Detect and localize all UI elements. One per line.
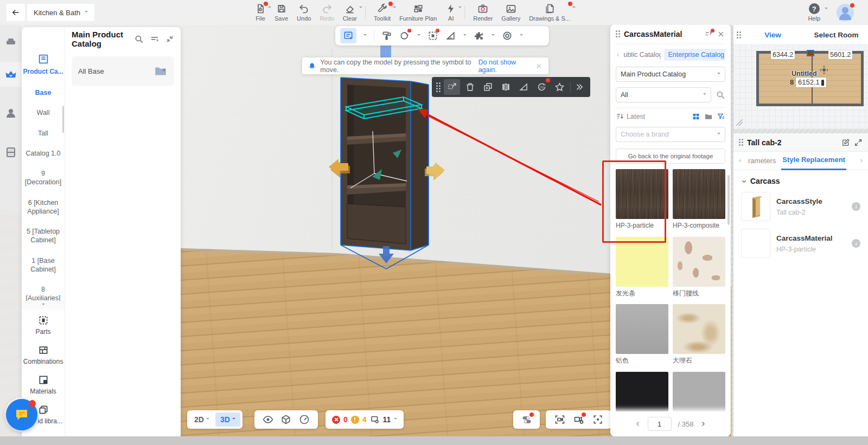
nav-parts[interactable]: Parts (23, 315, 64, 336)
undo-button[interactable]: Undo (292, 1, 315, 24)
camera-marker[interactable] (820, 66, 828, 74)
category-catalog-1-0[interactable]: Catalog 1.0 (24, 149, 63, 158)
clear-button[interactable]: Clear (339, 1, 361, 24)
tab-style-replacement[interactable]: Style Replacement (781, 151, 846, 170)
measure-caret[interactable] (463, 34, 467, 37)
category-base-cabinet[interactable]: 1 [Base Cabinet] (24, 256, 63, 274)
format-brush-tool[interactable] (381, 30, 392, 41)
help-caret[interactable] (825, 8, 828, 11)
brand-select[interactable]: Choose a brand (616, 127, 725, 142)
visibility-icon[interactable] (263, 414, 273, 425)
category-kitchen-appliance[interactable]: 6 [Kitchen Appliance] (24, 198, 63, 216)
catalog-select[interactable]: Main Product Catalog (616, 67, 725, 82)
panel-dock-icon[interactable] (704, 30, 713, 38)
drawings-button[interactable]: Drawings & S... (525, 1, 575, 24)
floorplan-minimap[interactable]: 6344.2 5601.2 Untitled 8 6152.1 (733, 44, 868, 129)
category-decoration[interactable]: 9 [Decoration] (24, 169, 63, 187)
replace-model-caret[interactable] (417, 34, 420, 37)
support-chat-button[interactable] (6, 399, 37, 430)
user-avatar[interactable] (837, 4, 854, 21)
level-tool[interactable] (515, 79, 532, 95)
help-button[interactable]: ? Help (808, 1, 820, 24)
do-not-show-link[interactable]: Do not show again. (478, 59, 531, 74)
delete-tool[interactable] (462, 79, 478, 95)
panel-drag-handle[interactable] (739, 139, 743, 146)
sort-order-icon[interactable] (616, 112, 624, 121)
wall-handle[interactable] (807, 50, 814, 56)
workspace-switcher[interactable]: Kitchen & Bath (27, 4, 94, 21)
folder-all-base[interactable]: All Base (72, 56, 174, 86)
carcass-material-row[interactable]: CarcassMaterial HP-3-particle i (741, 229, 860, 258)
category-base[interactable]: Base (24, 88, 63, 97)
rail-account-icon[interactable] (0, 101, 22, 126)
page-next-icon[interactable] (700, 421, 706, 427)
gallery-button[interactable]: Gallery (497, 1, 525, 24)
expand-panel-icon[interactable] (854, 138, 863, 147)
ai-caret[interactable] (458, 7, 462, 10)
scale-tool[interactable] (444, 79, 460, 95)
panel-drag-handle[interactable] (737, 31, 741, 38)
search-icon[interactable] (716, 90, 725, 100)
minimap-resize-handle[interactable] (736, 119, 743, 126)
redo-button[interactable]: Redo (315, 1, 338, 24)
info-icon[interactable]: i (852, 239, 860, 248)
panel-close-icon[interactable] (717, 30, 725, 38)
nav-materials[interactable]: Materials (23, 375, 64, 395)
target-caret[interactable] (520, 34, 523, 37)
status-bar[interactable]: 0 4 11 (326, 410, 404, 429)
edit-icon[interactable] (841, 138, 850, 147)
folder-view-icon[interactable] (704, 112, 713, 121)
toggles-button[interactable] (513, 410, 540, 429)
tab-enterprise-catalog[interactable]: Enterprise Catalog (664, 49, 725, 61)
rail-membership-icon[interactable] (0, 62, 22, 87)
category-tabletop-cabinet[interactable]: 5 [Tabletop Cabinet] (24, 227, 63, 245)
tab-select-room[interactable]: Select Room (805, 31, 868, 39)
swatch-hp3-composite[interactable]: HP-3-composite (673, 169, 725, 230)
search-icon[interactable] (134, 34, 144, 44)
tabs-scroll-left-icon[interactable] (616, 53, 620, 57)
swatch-glow-strip[interactable]: 发光条 (616, 237, 668, 298)
carcass-section-header[interactable]: Carcass (741, 177, 860, 185)
performance-icon[interactable] (299, 414, 310, 425)
collapse-panel-icon[interactable] (165, 35, 174, 43)
notification-close-icon[interactable] (535, 62, 542, 70)
category-wall[interactable]: Wall (24, 108, 63, 117)
cube-view-icon[interactable] (280, 414, 291, 425)
drawings-caret[interactable] (572, 7, 576, 10)
array-tool[interactable] (497, 79, 514, 95)
sort-label[interactable]: Latest (627, 113, 645, 120)
camera-settings-icon[interactable] (573, 414, 584, 425)
page-input[interactable] (648, 417, 672, 431)
info-icon[interactable]: i (852, 202, 860, 211)
categories-expand-button[interactable] (22, 301, 65, 309)
save-button[interactable]: Save (270, 1, 292, 24)
panel-scrollbar-thumb[interactable] (727, 175, 730, 225)
back-button[interactable] (7, 4, 25, 21)
rail-furniture-icon[interactable] (0, 29, 22, 54)
filter-icon[interactable] (717, 112, 725, 121)
rotate-2d-tool[interactable]: 2D (533, 79, 550, 95)
rail-cabinet-icon[interactable] (0, 140, 22, 165)
furniture-plan-button[interactable]: Furniture Plan (395, 1, 441, 24)
category-tall[interactable]: Tall (24, 129, 63, 138)
page-prev-icon[interactable] (635, 421, 641, 427)
camera-select-icon[interactable] (554, 414, 565, 425)
floorplan-room[interactable]: 6344.2 5601.2 Untitled 8 6152.1 (756, 51, 864, 106)
mode-3d-button[interactable]: 3D (215, 412, 240, 427)
scope-select[interactable]: All (616, 87, 711, 102)
measure-tool[interactable] (445, 30, 456, 41)
plugins-caret[interactable] (492, 34, 495, 37)
replace-model-tool[interactable] (399, 30, 410, 41)
tab-parameters[interactable]: rameters (747, 152, 777, 170)
swatch-marble[interactable]: 大理石 (673, 304, 725, 365)
nav-scrollbar-thumb[interactable] (62, 106, 64, 133)
nav-combinations[interactable]: Combinations (23, 345, 64, 365)
annotate-select-caret[interactable] (363, 34, 367, 37)
tab-view[interactable]: View (741, 31, 805, 39)
clear-caret[interactable] (359, 7, 362, 10)
tabs-scroll-left-icon[interactable] (738, 158, 743, 163)
sort-icon[interactable] (150, 34, 159, 44)
tab-product-catalog[interactable]: Product Ca... (23, 53, 63, 75)
tabs-scroll-right-icon[interactable] (859, 158, 864, 163)
target-tool[interactable] (502, 30, 513, 41)
